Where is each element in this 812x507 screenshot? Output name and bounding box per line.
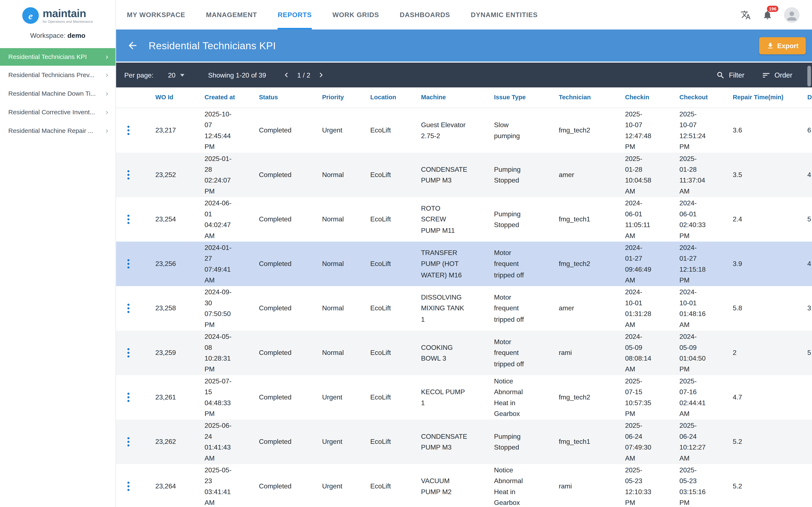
column-header-repair-time[interactable]: Repair Time(min) [728, 93, 802, 103]
avatar[interactable] [784, 7, 800, 22]
cell-repair-time: 2 [728, 347, 802, 358]
sidebar-item-label: Residential Machine Down Ti... [8, 90, 104, 97]
cell-technician: fmg_tech1 [554, 437, 620, 447]
caret-down-icon [180, 74, 185, 76]
column-header-priority[interactable]: Priority [317, 93, 365, 103]
workspace-prefix: Workspace: [30, 32, 65, 39]
tab-my-workspace[interactable]: MY WORKSPACE [127, 0, 185, 30]
column-header-issue-type[interactable]: Issue Type [489, 93, 554, 103]
row-menu-cell [116, 303, 150, 314]
row-menu-icon[interactable] [126, 303, 131, 314]
row-menu-cell [116, 392, 150, 403]
table-row[interactable]: 23,2612025-07-15 04:48:33 PMCompletedUrg… [116, 375, 812, 420]
cell-checkin: 2024-06-01 11:05:11 AM [620, 198, 674, 241]
cell-issue-type: Pumping Stopped [489, 431, 554, 453]
cell-created-at: 2024-09-30 07:50:50 PM [199, 287, 254, 330]
table-row[interactable]: 23,2582024-09-30 07:50:50 PMCompletedNor… [116, 286, 812, 331]
page-header: Residential Technicians KPI Export [116, 30, 812, 62]
column-header-status[interactable]: Status [254, 93, 317, 103]
sidebar-menu: Residential Technicians KPIResidential T… [0, 48, 115, 140]
cell-repair-time: 3.6 [728, 125, 802, 136]
row-menu-cell [116, 481, 150, 492]
row-menu-icon[interactable] [126, 481, 131, 492]
cell-wo-id: 23,262 [150, 437, 199, 447]
cell-repair-time: 3.5 [728, 169, 802, 180]
column-header-created-at[interactable]: Created at [199, 93, 254, 103]
tab-dynamic-entities[interactable]: DYNAMIC ENTITIES [471, 0, 538, 30]
chevron-right-icon [104, 53, 110, 60]
cell-checkin: 2025-10-07 12:47:48 PM [620, 109, 674, 152]
sidebar-item-residential-machine-down-ti[interactable]: Residential Machine Down Ti... [0, 84, 115, 103]
vertical-scrollbar-thumb[interactable] [807, 66, 811, 87]
cell-machine: COOKING BOWL 3 [416, 342, 489, 364]
cell-priority: Normal [317, 214, 365, 225]
cell-wo-id: 23,256 [150, 258, 199, 269]
notifications: 196 [762, 9, 773, 20]
column-header-wo-id[interactable]: WO Id [150, 93, 199, 103]
tab-work-grids[interactable]: WORK GRIDS [333, 0, 379, 30]
chevron-right-icon [104, 109, 110, 116]
column-header-checkin[interactable]: Checkin [620, 93, 674, 103]
translate-icon[interactable] [741, 9, 751, 20]
cell-checkin: 2024-10-01 01:31:28 AM [620, 287, 674, 330]
tab-reports[interactable]: REPORTS [277, 0, 312, 30]
sidebar-item-residential-machine-repair[interactable]: Residential Machine Repair ... [0, 122, 115, 140]
cell-machine: KECOL PUMP 1 [416, 386, 489, 408]
table-row[interactable]: 23,2642025-05-23 03:41:41 AMCompletedUrg… [116, 464, 812, 507]
row-menu-icon[interactable] [126, 214, 131, 225]
cell-technician: fmg_tech1 [554, 214, 620, 225]
tab-dashboards[interactable]: DASHBOARDS [400, 0, 450, 30]
sidebar-item-residential-technicians-kpi[interactable]: Residential Technicians KPI [0, 48, 115, 66]
row-menu-cell [116, 436, 150, 447]
row-menu-icon[interactable] [126, 436, 131, 447]
sidebar-item-residential-corrective-invent[interactable]: Residential Corrective Invent... [0, 103, 115, 121]
cell-machine: DISSOLVING MIXING TANK 1 [416, 292, 489, 325]
column-header-down-time[interactable]: D [802, 93, 812, 103]
row-menu-icon[interactable] [126, 392, 131, 403]
row-menu-icon[interactable] [126, 125, 131, 136]
cell-checkout: 2024-05-09 01:04:50 PM [674, 331, 728, 375]
nav-icons: 196 [741, 7, 800, 22]
sidebar-item-residential-technicians-prev[interactable]: Residential Technicians Prev... [0, 66, 115, 84]
filter-button[interactable]: Filter [716, 70, 744, 79]
cell-technician: amer [554, 303, 620, 314]
prev-page-button[interactable] [282, 70, 291, 80]
cell-priority: Urgent [317, 481, 365, 492]
table-row[interactable]: 23,2622025-06-24 01:41:43 AMCompletedUrg… [116, 419, 812, 464]
workspace-name: demo [67, 32, 86, 39]
column-header-checkout[interactable]: Checkout [674, 93, 728, 103]
back-button[interactable] [123, 36, 142, 55]
order-label: Order [774, 71, 792, 79]
chevron-right-icon [316, 70, 326, 80]
cell-technician: fmg_tech2 [554, 125, 620, 136]
table-row[interactable]: 23,2522025-01-28 02:24:07 PMCompletedNor… [116, 153, 812, 197]
table-row[interactable]: 23,2172025-10-07 12:45:44 PMCompletedUrg… [116, 108, 812, 153]
export-button[interactable]: Export [759, 37, 806, 54]
table-row[interactable]: 23,2542024-06-01 04:02:47 AMCompletedNor… [116, 197, 812, 242]
column-header-location[interactable]: Location [365, 93, 416, 103]
cell-status: Completed [254, 437, 317, 447]
cell-priority: Normal [317, 303, 365, 314]
row-menu-icon[interactable] [126, 347, 131, 358]
column-header-technician[interactable]: Technician [554, 93, 620, 103]
column-header-machine[interactable]: Machine [416, 93, 489, 103]
cell-status: Completed [254, 169, 317, 180]
row-menu-icon[interactable] [126, 258, 131, 270]
next-page-button[interactable] [316, 70, 326, 80]
table-row[interactable]: 23,2562024-01-27 07:49:41 AMCompletedNor… [116, 242, 812, 286]
brand-name: maintain [43, 8, 93, 18]
cell-checkin: 2025-05-23 12:10:33 PM [620, 464, 674, 507]
cell-location: EcoLift [365, 214, 416, 225]
cell-technician: fmg_tech2 [554, 258, 620, 269]
cell-location: EcoLift [365, 437, 416, 447]
cell-repair-time: 4.7 [728, 392, 802, 403]
per-page-select[interactable]: 20 [168, 71, 184, 79]
cell-down-time: 5 [802, 214, 812, 225]
main-area: MY WORKSPACEMANAGEMENTREPORTSWORK GRIDSD… [116, 0, 812, 507]
order-button[interactable]: Order [762, 70, 792, 79]
cell-issue-type: Notice Abnormal Heat in Gearbox [489, 464, 554, 507]
table-row[interactable]: 23,2592024-05-08 10:28:31 PMCompletedNor… [116, 331, 812, 375]
row-menu-icon[interactable] [126, 169, 131, 181]
tab-management[interactable]: MANAGEMENT [206, 0, 257, 30]
page-title: Residential Technicians KPI [149, 40, 276, 51]
